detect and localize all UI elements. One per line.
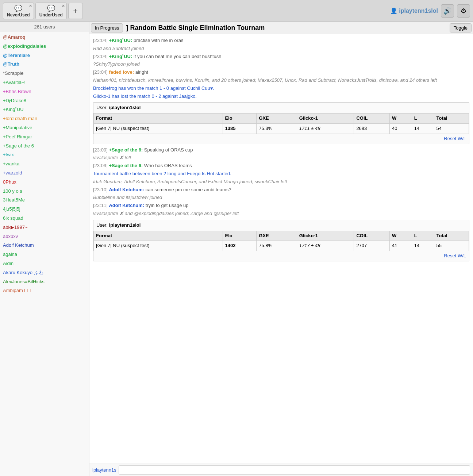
tab-underused-close[interactable]: ✕	[62, 4, 65, 8]
user-list-item[interactable]: @explodingdaisies	[0, 42, 89, 51]
msg-username: faded love:	[109, 69, 134, 75]
stats-col-header: Format	[94, 231, 223, 241]
user-list-item[interactable]: *Scrappie	[0, 69, 89, 78]
user-list-item[interactable]: 3Heat5Me	[0, 196, 89, 205]
settings-button[interactable]: ⚙	[457, 4, 470, 18]
sound-button[interactable]: 🔊	[441, 4, 454, 18]
user-list-item[interactable]: +warzoid	[0, 169, 89, 178]
user-list-item[interactable]: abk▶1997~	[0, 223, 89, 232]
chat-message: Glicko-1 has lost the match 0 - 2 agains…	[93, 93, 469, 100]
in-progress-button[interactable]: In Progress	[91, 23, 123, 32]
user-list-item[interactable]: +Peef Rimgar	[0, 133, 89, 142]
user-list-item[interactable]: @Truth	[0, 60, 89, 69]
chat-message: vivalospride ✘ and @explodingdaisies joi…	[93, 210, 469, 218]
user-list: @Amaroq@explodingdaisies@Teremiare@Truth…	[0, 32, 89, 476]
user-list-item[interactable]: +Dj∕Drake8	[0, 96, 89, 105]
tab-underused[interactable]: ✕ 💬 UnderUsed	[35, 3, 67, 19]
stats-col-header: Elo	[223, 114, 257, 124]
chat-message: [23:11] Adolf Ketchum: tryin to get usag…	[93, 202, 469, 210]
stats-col-header: L	[412, 114, 434, 124]
msg-content: practise with me in oras	[132, 38, 183, 43]
user-list-item[interactable]: +twix	[0, 150, 89, 160]
chat-message: [23:09] +Sage of the 6: Who has ORAS tea…	[93, 162, 469, 170]
tab-underused-label: UnderUsed	[39, 12, 63, 18]
stats-cell: 1717 ± 48	[297, 241, 354, 251]
stats-cell: [Gen 7] NU (suspect test)	[94, 123, 223, 134]
user-list-item[interactable]: Adolf Ketchum	[0, 241, 89, 250]
stats-col-header: W	[389, 114, 412, 124]
stats-col-header: GXE	[257, 114, 297, 124]
user-list-item[interactable]: Aidin	[0, 259, 89, 268]
toggle-button[interactable]: Toggle	[450, 23, 472, 32]
stats-cell: 75.8%	[257, 241, 297, 251]
user-list-item[interactable]: +Manipulative	[0, 123, 89, 133]
msg-timestamp: [23:04]	[93, 54, 108, 59]
tab-underused-icon: 💬	[47, 4, 55, 12]
msg-username: +Sage of the 6:	[109, 163, 143, 168]
chat-message: Brocklefrog has won the match 1 - 0 agai…	[93, 85, 469, 92]
tab-neverused[interactable]: ✕ 💬 NeverUsed	[3, 3, 34, 19]
msg-join: vivalospride ✘ and @explodingdaisies joi…	[93, 211, 239, 216]
user-list-item[interactable]: +lord death man	[0, 114, 89, 123]
user-list-item[interactable]: @Teremiare	[0, 51, 89, 60]
stats-cell: 75.3%	[257, 123, 297, 134]
user-list-item[interactable]: Akaru Kokuyo ふわ	[0, 268, 89, 277]
user-list-item[interactable]: +wanka	[0, 160, 89, 169]
chat-message: [23:10] Adolf Ketchum: can someone pm me…	[93, 186, 469, 194]
stats-cell: 1711 ± 48	[297, 123, 354, 134]
user-list-item[interactable]: +Avaritia~!	[0, 78, 89, 87]
msg-content: if you can beat me you can beat bushtush	[132, 54, 221, 59]
msg-timestamp: [23:09]	[93, 147, 108, 153]
stats-reset[interactable]: Reset W/L	[93, 251, 469, 261]
stats-cell: 14	[412, 241, 434, 251]
stats-cell: 2707	[354, 241, 390, 251]
stats-cell: 55	[434, 241, 469, 251]
topbar: ✕ 💬 NeverUsed ✕ 💬 UnderUsed + 👤 iplayten…	[0, 0, 473, 22]
stats-cell: [Gen 7] NU (suspect test)	[94, 241, 223, 251]
stats-col-header: GXE	[257, 231, 297, 241]
msg-tournament: Brocklefrog has won the match 1 - 0 agai…	[93, 85, 214, 91]
chat-message: [23:04] +King˚UU: practise with me in or…	[93, 37, 469, 45]
username-label: iplaytenn1slol	[399, 8, 438, 14]
stats-cell: 40	[389, 123, 412, 134]
stats-col-header: W	[389, 231, 412, 241]
msg-username: +King˚UU:	[109, 54, 132, 59]
user-list-item[interactable]: 100 y o s	[0, 187, 89, 196]
msg-timestamp: [23:11]	[93, 203, 108, 208]
user-list-item[interactable]: 6ix squad	[0, 214, 89, 223]
chat-area: In Progress ] Random Battle Single Elimi…	[89, 22, 473, 476]
sidebar: 261 users @Amaroq@explodingdaisies@Terem…	[0, 22, 89, 476]
user-list-item[interactable]: +Bhris Brown	[0, 87, 89, 96]
user-count: 261 users	[0, 22, 89, 32]
reset-wl-link[interactable]: Reset W/L	[444, 253, 466, 258]
sound-icon: 🔊	[443, 7, 451, 15]
user-list-item[interactable]: AmbipamTTT	[0, 286, 89, 295]
user-area: 👤 iplaytenn1slol 🔊 ⚙	[390, 4, 470, 18]
chat-input-area: iplaytenn1s	[89, 464, 473, 476]
stats-col-header: COIL	[354, 231, 390, 241]
tab-neverused-close[interactable]: ✕	[29, 4, 32, 8]
msg-content: Who has ORAS teams	[143, 163, 192, 168]
stats-cell: 41	[389, 241, 412, 251]
chat-message: Rad and Subtract joined	[93, 45, 469, 53]
msg-content: can someone pm me some ambi teams?	[144, 187, 231, 192]
add-tab-button[interactable]: +	[68, 3, 83, 19]
msg-timestamp: [23:04]	[93, 38, 108, 43]
msg-join: Bubbleline and itsjustdrew joined	[93, 195, 162, 200]
reset-wl-link[interactable]: Reset W/L	[444, 136, 466, 141]
user-list-item[interactable]: +Sage of the 6	[0, 142, 89, 151]
user-list-item[interactable]: AlexJones=BilHicks	[0, 277, 89, 287]
chat-input[interactable]	[119, 465, 470, 475]
msg-tournament: Glicko-1 has lost the match 0 - 2 agains…	[93, 93, 197, 99]
user-list-item[interactable]: abxbxv	[0, 232, 89, 241]
gear-icon: ⚙	[461, 7, 466, 15]
stats-reset[interactable]: Reset W/L	[93, 134, 469, 144]
user-list-item[interactable]: 4ju5j5j5j	[0, 205, 89, 214]
user-list-item[interactable]: +King˚UU	[0, 105, 89, 114]
user-list-item[interactable]: @Amaroq	[0, 33, 89, 42]
chat-messages: [23:04] +King˚UU: practise with me in or…	[89, 34, 473, 464]
user-list-item[interactable]: 0Phux	[0, 178, 89, 187]
chat-message: [23:04] faded love: alright	[93, 69, 469, 76]
stats-col-header: Format	[94, 114, 223, 124]
user-list-item[interactable]: againa	[0, 250, 89, 259]
